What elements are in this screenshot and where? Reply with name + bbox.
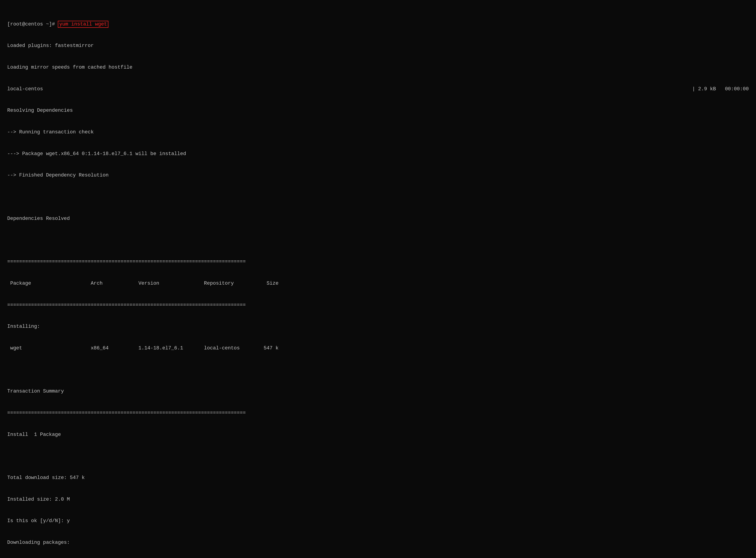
blank2 (7, 237, 749, 244)
separator4: ========================================… (7, 409, 749, 417)
prompt: [root@centos ~]# (7, 21, 58, 27)
command-highlight: yum install wget (58, 21, 108, 28)
blank1 (7, 194, 749, 201)
deps-resolved: Dependencies Resolved (7, 215, 749, 222)
loading-line: Loading mirror speeds from cached hostfi… (7, 64, 749, 71)
local-centos-label: local-centos (7, 85, 43, 93)
separator2: ========================================… (7, 302, 749, 309)
blank3 (7, 366, 749, 374)
terminal-window: [root@centos ~]# yum install wget Loaded… (7, 6, 749, 558)
package-line: ---> Package wget.x86_64 0:1.14-18.el7_6… (7, 150, 749, 157)
installing-label: Installing: (7, 323, 749, 330)
table-header: Package Arch Version Repository Size (7, 280, 749, 287)
separator1: ========================================… (7, 258, 749, 265)
finished-line: --> Finished Dependency Resolution (7, 172, 749, 179)
package-row: wget x86_64 1.14-18.el7_6.1 local-centos… (7, 345, 749, 352)
resolving-line: Resolving Dependencies (7, 107, 749, 114)
prompt-yn: Is this ok [y/d/N]: y (7, 517, 749, 525)
local-centos-speed: | 2.9 kB 00:00:00 (692, 85, 749, 93)
command-line: [root@centos ~]# yum install wget (7, 21, 749, 28)
install-count: Install 1 Package (7, 431, 749, 438)
plugins-line: Loaded plugins: fastestmirror (7, 42, 749, 49)
blank4 (7, 453, 749, 460)
local-centos-line: local-centos | 2.9 kB 00:00:00 (7, 85, 749, 93)
installed-size: Installed size: 2.0 M (7, 496, 749, 503)
total-dl: Total download size: 547 k (7, 474, 749, 481)
tx-summary-label: Transaction Summary (7, 388, 749, 395)
running-check-line: --> Running transaction check (7, 129, 749, 136)
downloading: Downloading packages: (7, 539, 749, 546)
